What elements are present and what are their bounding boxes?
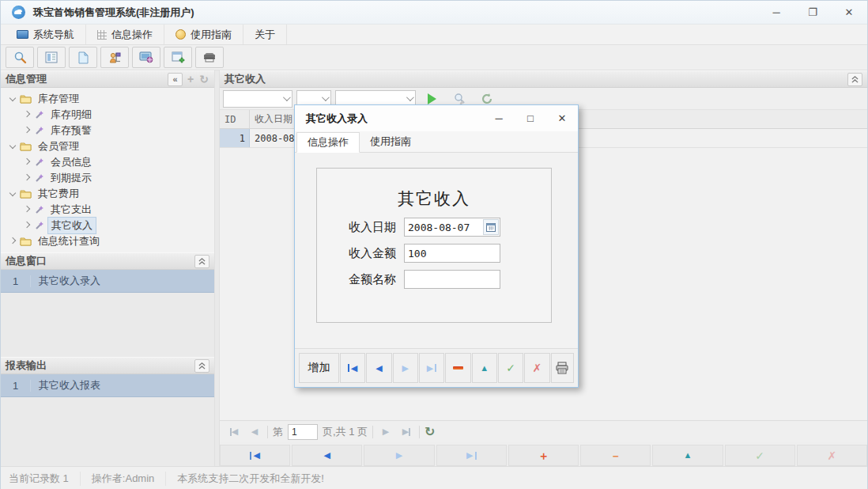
- collapse-panel-button[interactable]: [194, 255, 209, 268]
- dialog-minimize-button[interactable]: ─: [483, 105, 515, 131]
- form-list-button[interactable]: [37, 47, 66, 68]
- tree-node-statistics-query[interactable]: 信息统计查询: [1, 233, 214, 249]
- menu-label: 系统导航: [33, 28, 74, 42]
- tree-node-member-info[interactable]: 会员信息: [1, 154, 214, 170]
- add-icon[interactable]: +: [185, 74, 196, 85]
- tree-node-expiry-reminder[interactable]: 到期提示: [1, 170, 214, 186]
- chevron-right-icon[interactable]: [23, 111, 31, 119]
- dialog-close-button[interactable]: ✕: [546, 105, 578, 131]
- minimize-button[interactable]: ─: [758, 1, 794, 24]
- prev-record-button[interactable]: ◀: [366, 353, 391, 383]
- refresh-icon[interactable]: ↻: [198, 74, 209, 85]
- next-record-button[interactable]: ▶: [364, 445, 434, 466]
- groupbox-heading: 其它收入: [317, 188, 551, 210]
- grid-pager: ◀ ◀ 第 页,共 1 页 ▶ ▶ ↻: [220, 420, 867, 442]
- grid-cell-id: 1: [220, 129, 250, 147]
- chevron-right-icon[interactable]: [23, 222, 31, 229]
- prev-page-button[interactable]: ◀: [247, 424, 262, 440]
- name-field-row: 金额名称: [317, 270, 551, 289]
- windows-panel-header: 信息窗口: [1, 252, 214, 270]
- last-record-button[interactable]: ▶: [436, 445, 507, 466]
- date-input[interactable]: [405, 218, 483, 236]
- income-entry-dialog: 其它收入录入 ─ □ ✕ 信息操作 使用指南 其它收入 收入日期: [294, 104, 579, 388]
- chevron-right-icon[interactable]: [23, 206, 31, 214]
- dialog-titlebar[interactable]: 其它收入录入 ─ □ ✕: [295, 105, 578, 131]
- divider: [419, 426, 420, 438]
- folder-icon: [20, 94, 32, 104]
- last-record-button[interactable]: ▶: [419, 353, 444, 383]
- dialog-maximize-button[interactable]: □: [515, 105, 546, 131]
- amount-field: [404, 244, 500, 263]
- collapse-panel-button[interactable]: [847, 73, 862, 86]
- page-number-input[interactable]: [288, 424, 318, 440]
- edit-record-button[interactable]: ▲: [472, 353, 497, 383]
- menu-system-nav[interactable]: 系统导航: [6, 25, 86, 44]
- user-flag-button[interactable]: [100, 47, 129, 68]
- list-item-income-report[interactable]: 1 其它收入报表: [1, 374, 214, 397]
- column-header-id[interactable]: ID: [220, 110, 250, 128]
- chevron-right-icon[interactable]: [23, 158, 31, 166]
- print-button[interactable]: [551, 353, 574, 383]
- chevron-down-icon[interactable]: [9, 95, 17, 103]
- tree-label: 其它支出: [47, 202, 95, 218]
- first-page-button[interactable]: ◀: [226, 424, 242, 440]
- close-button[interactable]: ✕: [831, 1, 867, 24]
- menu-label: 使用指南: [191, 28, 232, 42]
- post-record-button[interactable]: ✓: [498, 353, 523, 383]
- add-button[interactable]: 增加: [299, 353, 339, 383]
- sidebar-splitter[interactable]: [214, 70, 220, 466]
- prev-record-button[interactable]: ◀: [292, 445, 362, 466]
- document-button[interactable]: [69, 47, 97, 68]
- menu-user-guide[interactable]: 使用指南: [164, 25, 243, 44]
- search-button[interactable]: [6, 47, 34, 68]
- tree-node-other-income[interactable]: 其它收入: [1, 218, 214, 233]
- chevron-right-icon[interactable]: [23, 174, 31, 182]
- chevron-right-icon[interactable]: [9, 237, 17, 245]
- tree-node-inventory-warning[interactable]: 库存预警: [1, 123, 214, 138]
- tree-node-other-expenses[interactable]: 其它费用: [1, 186, 214, 202]
- window-add-button[interactable]: [164, 47, 192, 68]
- delete-record-button[interactable]: －: [580, 445, 651, 466]
- tree-node-other-expense[interactable]: 其它支出: [1, 202, 214, 218]
- cancel-record-button[interactable]: ✗: [524, 353, 549, 383]
- first-record-button[interactable]: ◀: [220, 445, 290, 466]
- edit-record-button[interactable]: ▲: [652, 445, 723, 466]
- chevron-right-icon[interactable]: [23, 127, 31, 135]
- tree-node-member-mgmt[interactable]: 会员管理: [1, 138, 214, 154]
- screen-globe-button[interactable]: [132, 47, 160, 68]
- post-record-button[interactable]: ✓: [725, 445, 795, 466]
- main-panel-title: 其它收入: [225, 72, 266, 86]
- calendar-dropdown-button[interactable]: [483, 219, 499, 235]
- delete-record-button[interactable]: [445, 353, 470, 383]
- chevron-down-icon[interactable]: [9, 142, 17, 150]
- printer-icon: [555, 362, 569, 374]
- menu-info-operate[interactable]: 信息操作: [86, 25, 164, 44]
- tab-info-operate[interactable]: 信息操作: [296, 132, 360, 153]
- collapse-sidebar-button[interactable]: «: [168, 73, 183, 86]
- tree-label: 到期提示: [47, 170, 95, 186]
- list-item-income-entry[interactable]: 1 其它收入录入: [1, 270, 214, 293]
- next-page-button[interactable]: ▶: [378, 424, 394, 440]
- refresh-grid-icon[interactable]: ↻: [425, 424, 435, 439]
- menu-about[interactable]: 关于: [243, 25, 287, 44]
- tree-node-inventory-mgmt[interactable]: 库存管理: [1, 91, 214, 107]
- last-page-button[interactable]: ▶: [398, 424, 414, 440]
- archive-button[interactable]: [195, 47, 224, 68]
- list-item-label: 其它收入报表: [31, 378, 100, 392]
- chevron-down-icon: [283, 93, 291, 101]
- tab-user-guide[interactable]: 使用指南: [360, 131, 421, 152]
- amount-input[interactable]: [405, 244, 500, 262]
- add-record-button[interactable]: ＋: [508, 445, 579, 466]
- filter-field-select[interactable]: [223, 90, 292, 108]
- tree-label: 库存明细: [47, 107, 95, 123]
- collapse-panel-button[interactable]: [194, 359, 209, 373]
- tree-node-inventory-detail[interactable]: 库存明细: [1, 107, 214, 123]
- archive-icon: [202, 52, 217, 63]
- first-record-button[interactable]: ◀: [340, 353, 365, 383]
- next-record-button[interactable]: ▶: [393, 353, 418, 383]
- chevron-down-icon[interactable]: [9, 190, 17, 198]
- name-input[interactable]: [405, 271, 500, 288]
- cancel-record-button[interactable]: ✗: [797, 445, 867, 466]
- restore-button[interactable]: ❐: [794, 1, 831, 24]
- titlebar: 珠宝首饰销售管理系统(非注册用户) ─ ❐ ✕: [1, 1, 867, 25]
